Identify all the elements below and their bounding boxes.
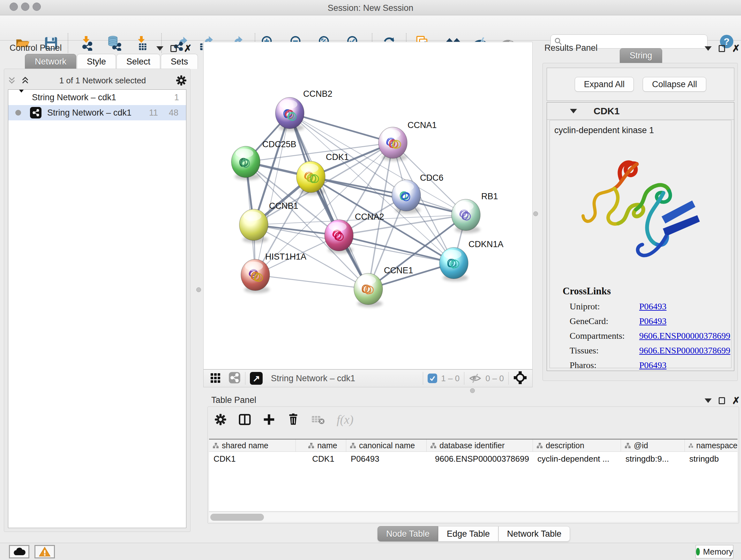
panel-close-icon[interactable]: ✗ [732, 397, 740, 404]
warning-status-button[interactable] [35, 545, 55, 558]
network-node-CCNE1[interactable]: CCNE1 [354, 266, 413, 307]
open-in-browser-icon[interactable]: ↗ [250, 372, 263, 385]
node-label-CDK1: CDK1 [326, 152, 349, 162]
table-horizontal-scrollbar[interactable] [209, 512, 738, 522]
protein-structure-image [574, 143, 708, 277]
cloud-status-button[interactable] [9, 545, 29, 558]
table-header-row: shared name name canonical name database… [209, 440, 738, 452]
network-row-selected[interactable]: String Network – cdk1 11 48 [8, 105, 186, 120]
crosslink-link[interactable]: 9606.ENSP00000378699 [639, 346, 730, 356]
network-view-toolbar: ↗ String Network – cdk1 1 – 0 0 – 0 [203, 369, 533, 387]
fit-selection-crosshair-icon[interactable] [513, 371, 527, 386]
network-list: String Network – cdk1 1 String Network –… [8, 89, 186, 528]
network-node-RB1[interactable]: RB1 [452, 192, 498, 233]
string-style-icon[interactable] [228, 372, 241, 385]
crosslink-link[interactable]: P06493 [639, 301, 667, 312]
crosslink-row: Pharos: P06493 [569, 360, 731, 370]
collection-label: String Network – cdk1 [32, 92, 116, 103]
panel-menu-icon[interactable] [156, 46, 163, 51]
expand-all-networks-icon[interactable] [7, 76, 16, 85]
memory-button[interactable]: Memory [696, 545, 733, 558]
protein-section-header[interactable]: CDK1 [547, 103, 734, 120]
network-selection-status: 1 of 1 Network selected [30, 76, 176, 85]
column-header[interactable]: description [533, 440, 621, 451]
column-header[interactable]: namespace [685, 440, 738, 451]
node-label-CCNB1: CCNB1 [269, 201, 298, 211]
column-header[interactable]: name [296, 440, 346, 451]
tab-style[interactable]: Style [77, 54, 116, 69]
column-header[interactable]: canonical name [346, 440, 427, 451]
panel-close-icon[interactable]: ✗ [732, 45, 740, 52]
column-header[interactable]: @id [621, 440, 685, 451]
crosslink-link[interactable]: 9606.ENSP00000378699 [639, 331, 730, 341]
panel-float-icon[interactable] [171, 45, 177, 52]
column-header[interactable]: database identifier [427, 440, 533, 451]
memory-label: Memory [703, 547, 733, 557]
tab-edge-table[interactable]: Edge Table [438, 526, 498, 542]
network-node-CDKN1A[interactable]: CDKN1A [440, 240, 503, 281]
crosslink-link[interactable]: P06493 [639, 360, 667, 370]
show-columns-icon[interactable] [239, 413, 251, 426]
node-label-HIST1H1A: HIST1H1A [265, 252, 307, 261]
network-canvas[interactable]: CCNB2CCNA1CDC25BCDK1CDC6RB1CCNB1CCNA2CDK… [203, 42, 533, 369]
delete-column-icon[interactable] [287, 413, 300, 426]
tab-network-table[interactable]: Network Table [498, 526, 570, 542]
right-splitter-handle[interactable] [533, 211, 538, 216]
network-node-CCNA1[interactable]: CCNA1 [379, 120, 437, 161]
node-label-CDC6: CDC6 [420, 173, 444, 183]
tab-sets[interactable]: Sets [161, 54, 198, 69]
network-status-dot [15, 110, 21, 116]
birds-eye-view-icon[interactable] [210, 372, 223, 384]
collection-count: 1 [174, 92, 179, 103]
protein-name: CDK1 [594, 106, 620, 117]
horizontal-splitter-handle[interactable] [470, 388, 475, 393]
network-collection-row[interactable]: String Network – cdk1 1 [8, 90, 186, 105]
node-label-CCNB2: CCNB2 [303, 89, 333, 99]
scrollbar-thumb[interactable] [210, 514, 264, 521]
string-network-graph[interactable]: CCNB2CCNA1CDC25BCDK1CDC6RB1CCNB1CCNA2CDK… [204, 42, 532, 369]
node-label-CCNA2: CCNA2 [355, 212, 384, 222]
tab-node-table[interactable]: Node Table [378, 526, 438, 542]
table-panel-controls: ✗ [704, 397, 740, 404]
network-node-HIST1H1A[interactable]: HIST1H1A [241, 252, 307, 293]
table-options-gear-icon[interactable] [214, 413, 227, 426]
column-header[interactable]: shared name [209, 440, 296, 451]
table-row[interactable]: CDK1 CDK1 P06493 9606.ENSP00000378699 cy… [209, 452, 738, 466]
node-label-CCNA1: CCNA1 [408, 120, 437, 130]
control-panel-title: Control Panel [10, 43, 62, 53]
left-splitter-handle[interactable] [196, 287, 201, 292]
collapse-all-button[interactable]: Collapse All [643, 77, 706, 91]
network-options-gear-icon[interactable] [176, 75, 187, 86]
tab-select[interactable]: Select [117, 54, 160, 69]
protein-details: cyclin-dependent kinase 1 [549, 120, 731, 368]
panel-float-icon[interactable] [719, 45, 725, 52]
string-network-icon [30, 107, 42, 118]
collection-expand-icon[interactable] [18, 92, 25, 103]
tab-string[interactable]: String [620, 48, 662, 63]
collapse-all-networks-icon[interactable] [21, 76, 30, 85]
crosslink-row: Tissues: 9606.ENSP00000378699 [569, 346, 731, 356]
crosslink-link[interactable]: P06493 [639, 316, 667, 326]
selected-count: 1 – 0 [441, 374, 460, 383]
control-panel-tabs: Network Style Select Sets [25, 54, 199, 69]
selected-indicator-checkbox[interactable] [428, 374, 437, 383]
network-node-CCNB1[interactable]: CCNB1 [239, 201, 298, 243]
main-toolbar: ? [0, 15, 741, 41]
panel-close-icon[interactable]: ✗ [184, 45, 192, 52]
panel-float-icon[interactable] [719, 397, 725, 404]
network-node-CCNB2[interactable]: CCNB2 [275, 89, 333, 131]
results-panel-controls: ✗ [704, 45, 740, 52]
expand-all-button[interactable]: Expand All [575, 77, 634, 91]
create-column-icon[interactable] [263, 413, 275, 426]
panel-menu-icon[interactable] [704, 398, 712, 403]
table-panel: f(x) shared name name canonical name dat… [207, 407, 739, 523]
control-panel-controls: ✗ [156, 45, 192, 52]
panel-menu-icon[interactable] [704, 46, 712, 51]
warning-icon [39, 547, 51, 557]
table-toolbar: f(x) [214, 413, 354, 427]
tab-network[interactable]: Network [25, 54, 76, 69]
function-builder-icon: f(x) [337, 413, 354, 427]
network-label: String Network – cdk1 [47, 108, 131, 118]
results-panel-title: Results Panel [544, 43, 598, 53]
collapse-section-icon[interactable] [570, 109, 577, 113]
